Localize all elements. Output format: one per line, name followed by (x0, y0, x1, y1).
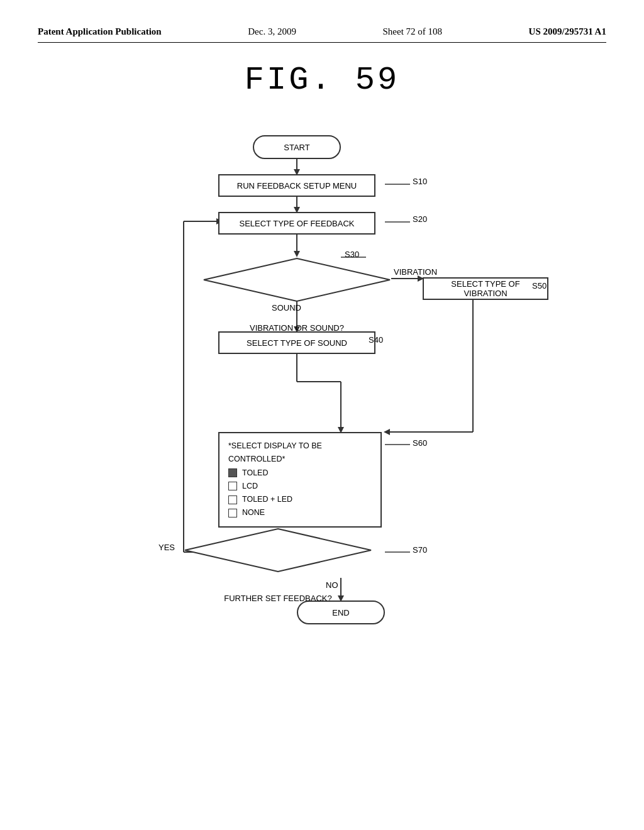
vibration-label: VIBRATION (394, 267, 437, 277)
header-date: Dec. 3, 2009 (248, 25, 296, 38)
s60-title: *SELECT DISPLAY TO BE CONTROLLED* (228, 440, 372, 467)
checkbox-empty-icon-2 (228, 495, 237, 504)
sheet-number: Sheet 72 of 108 (382, 26, 442, 36)
checkbox-empty-icon (228, 482, 237, 490)
s20-label: S20 (413, 214, 427, 224)
s60-opt2: LCD (228, 480, 372, 493)
s60-opt1: TOLED (228, 467, 372, 480)
s10-node: RUN FEEDBACK SETUP MENU (218, 174, 375, 197)
s60-opt3: TOLED + LED (228, 493, 372, 506)
checkbox-filled-icon (228, 468, 237, 477)
s60-node: *SELECT DISPLAY TO BE CONTROLLED* TOLED … (218, 432, 382, 528)
publication-date: Dec. 3, 2009 (248, 26, 296, 36)
svg-marker-12 (384, 429, 390, 435)
header-patent: US 2009/295731 A1 (529, 25, 606, 38)
start-node: START (253, 135, 341, 159)
figure-title: FIG. 59 (38, 62, 606, 99)
page: Patent Application Publication Dec. 3, 2… (0, 0, 644, 830)
header: Patent Application Publication Dec. 3, 2… (38, 25, 606, 43)
s60-label: S60 (413, 438, 427, 448)
s10-label: S10 (413, 177, 427, 186)
svg-marker-32 (204, 258, 390, 301)
s60-opt4: NONE (228, 506, 372, 519)
publication-title: Patent Application Publication (38, 26, 162, 36)
s70-label: S70 (413, 545, 427, 555)
header-publication: Patent Application Publication (38, 25, 162, 38)
svg-marker-33 (185, 529, 371, 572)
patent-number: US 2009/295731 A1 (529, 26, 606, 36)
s50-label: S50 (532, 281, 547, 290)
s50-node: SELECT TYPE OF VIBRATION (423, 277, 548, 300)
s30-diamond: VIBRATION OR SOUND? (203, 257, 391, 302)
s70-diamond: FURTHER SET FEEDBACK? (184, 528, 372, 573)
header-sheet: Sheet 72 of 108 (382, 25, 442, 38)
yes-label: YES (158, 543, 175, 552)
svg-marker-5 (294, 251, 300, 257)
checkbox-empty-icon-3 (228, 509, 237, 517)
flowchart: START RUN FEEDBACK SETUP MENU S10 SELECT… (102, 124, 542, 740)
s20-node: SELECT TYPE OF FEEDBACK (218, 212, 375, 235)
